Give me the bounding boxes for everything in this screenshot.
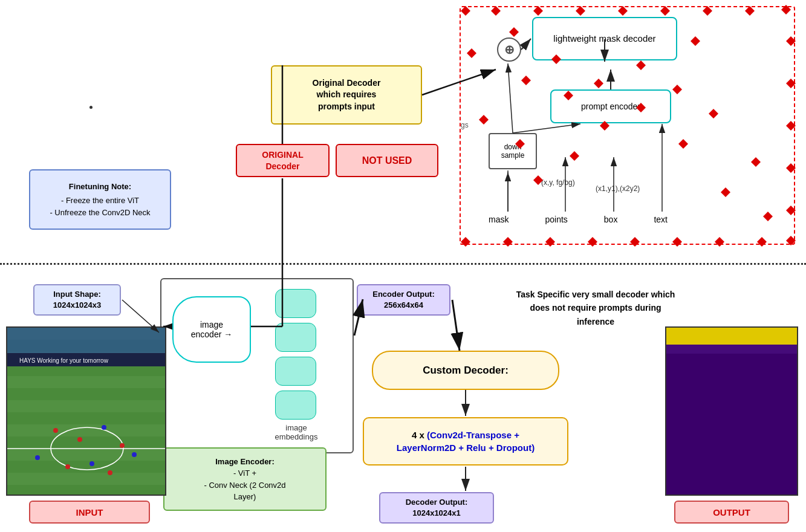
img-embed-stack	[275, 289, 316, 420]
orig-decoder-note-text: Original Decoderwhich requiresprompts in…	[313, 77, 381, 113]
pe-label: prompt encoder	[581, 102, 640, 111]
svg-rect-7	[7, 473, 166, 485]
decoder-output-text: Decoder Output:1024x1024x1	[406, 497, 468, 519]
small-dot	[89, 106, 93, 109]
decoder-output-label: Decoder Output:1024x1024x1	[379, 492, 494, 524]
not-used-label: NOT USED	[336, 144, 438, 177]
conv-block: 4 x (Conv2d-Transpose +LayerNorm2D + Rel…	[363, 417, 568, 465]
coord-label-2: (x1,y1),(x2y2)	[596, 184, 640, 193]
embed-block-4	[275, 391, 316, 420]
plus-symbol: ⊕	[504, 42, 515, 57]
lmd-label: lightweight mask decoder	[553, 33, 655, 45]
svg-point-18	[65, 464, 70, 469]
input-shape-text: Input Shape:1024x1024x3	[53, 289, 102, 311]
bottom-label-box: box	[604, 215, 618, 224]
svg-rect-4	[7, 400, 166, 412]
bottom-label-mask: mask	[489, 215, 509, 224]
image-encoder-inner-label: imageencoder →	[172, 296, 251, 363]
task-specific-note: Task Specific very small decoder which d…	[511, 273, 680, 343]
finetuning-line2: - Unfreeze the Conv2D Neck	[50, 207, 150, 219]
input-text: INPUT	[76, 507, 103, 517]
bottom-label-text: text	[654, 215, 668, 224]
svg-point-20	[108, 470, 112, 475]
output-image	[665, 326, 798, 496]
coord-label-1: (x,y, fg/bg)	[541, 178, 575, 187]
svg-text:HAYS  Working for your tomorro: HAYS Working for your tomorrow	[19, 357, 109, 364]
svg-point-19	[89, 461, 94, 466]
original-decoder-label: ORIGINALDecoder	[236, 144, 330, 177]
finetuning-note: Finetuning Note: - Freeze the entire ViT…	[29, 169, 171, 230]
lmd-box: lightweight mask decoder	[532, 17, 677, 60]
input-label: INPUT	[29, 501, 150, 524]
output-label: OUTPUT	[674, 501, 789, 524]
finetuning-title: Finetuning Note:	[69, 181, 131, 193]
original-decoder-text: ORIGINALDecoder	[262, 149, 303, 171]
svg-point-16	[120, 443, 125, 448]
svg-rect-3	[7, 376, 166, 388]
svg-point-13	[53, 428, 58, 433]
prompt-encoder-box: prompt encoder	[550, 89, 671, 123]
svg-point-17	[35, 455, 40, 460]
svg-rect-6	[7, 449, 166, 461]
conv-block-text: 4 x (Conv2d-Transpose +LayerNorm2D + Rel…	[397, 429, 535, 454]
ds-label: downsample	[501, 143, 525, 160]
embed-block-2	[275, 323, 316, 352]
embed-block-3	[275, 357, 316, 386]
svg-rect-8	[7, 328, 166, 355]
task-specific-text: Task Specific very small decoder which d…	[511, 288, 680, 328]
img-encoder-note-text: Image Encoder:- ViT +- Conv Neck (2 Conv…	[204, 456, 285, 503]
custom-decoder-text: Custom Decoder:	[423, 365, 509, 377]
gs-label: gs	[461, 121, 469, 129]
encoder-output-text: Encoder Output:256x64x64	[372, 289, 435, 311]
diagram: lightweight mask decoder prompt encoder …	[0, 0, 806, 532]
orig-decoder-note: Original Decoderwhich requiresprompts in…	[271, 65, 422, 125]
finetuning-line1: - Freeze the entire ViT	[61, 195, 139, 207]
svg-rect-24	[666, 345, 798, 354]
bottom-labels: mask points box text	[489, 215, 791, 224]
circle-plus: ⊕	[497, 37, 521, 62]
svg-rect-5	[7, 424, 166, 436]
input-image: HAYS Working for your tomorrow	[6, 326, 166, 496]
svg-line-43	[452, 300, 460, 351]
dotted-separator-line	[0, 263, 806, 265]
bottom-label-points: points	[545, 215, 567, 224]
svg-point-21	[132, 452, 137, 457]
input-shape-label: Input Shape:1024x1024x3	[33, 284, 121, 316]
custom-decoder-box: Custom Decoder:	[372, 351, 559, 390]
img-embed-label: image embeddings	[266, 423, 327, 441]
img-encoder-note: Image Encoder:- ViT +- Conv Neck (2 Conv…	[163, 447, 327, 511]
svg-rect-23	[666, 328, 798, 345]
down-sample-box: downsample	[489, 133, 537, 169]
encoder-output-label: Encoder Output:256x64x64	[357, 284, 450, 316]
ie-text: imageencoder →	[191, 320, 232, 339]
svg-point-14	[77, 437, 82, 442]
svg-point-15	[102, 425, 106, 430]
embed-block-1	[275, 289, 316, 318]
not-used-text: NOT USED	[362, 155, 412, 166]
output-text: OUTPUT	[713, 507, 750, 517]
